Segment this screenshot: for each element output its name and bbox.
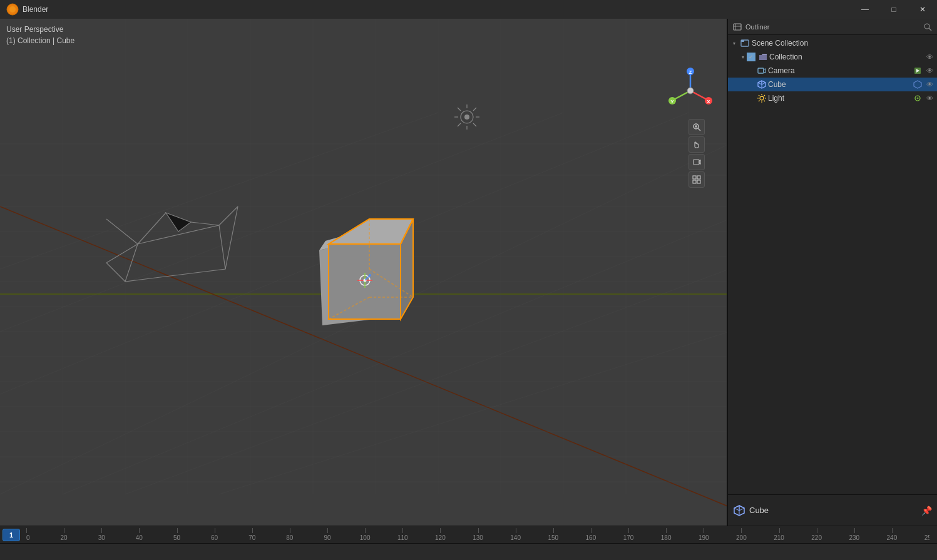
svg-line-120 [764, 95, 765, 96]
svg-rect-98 [734, 24, 741, 30]
svg-rect-97 [697, 180, 700, 183]
cube-actions: 👁 [912, 79, 934, 89]
cube-modifier-icon [913, 80, 922, 89]
scene-collection-label: Scene Collection [752, 39, 934, 48]
camera-actions: 👁 [912, 66, 934, 76]
app-logo [6, 3, 19, 16]
viewport-nav-controls [689, 119, 705, 188]
properties-icon [733, 504, 745, 517]
svg-line-119 [764, 101, 765, 102]
light-object[interactable] [454, 104, 479, 130]
current-frame-display[interactable]: 1 [3, 529, 20, 541]
timeline-ruler[interactable]: 1020304050607080901001101201301401501601… [26, 528, 929, 542]
outliner-content: ▾ Scene Collection ▾ ✓ Co [728, 35, 937, 494]
viewport-gizmo[interactable]: Z X Y [665, 66, 715, 116]
top-row: User Perspective (1) Collection | Cube Z… [0, 19, 937, 526]
svg-line-121 [759, 101, 760, 102]
camera-icon [757, 66, 767, 76]
camera-label: Camera [768, 66, 912, 75]
svg-marker-93 [699, 160, 700, 164]
outliner-icon [733, 23, 742, 31]
cube-icon [757, 79, 767, 89]
light-data-icon [913, 94, 922, 103]
light-triangle-placeholder: ▸ [748, 94, 755, 102]
quad-view-tool[interactable] [689, 171, 705, 188]
collection-checkbox[interactable]: ✓ [747, 53, 755, 61]
light-visibility-toggle[interactable]: 👁 [924, 93, 934, 103]
camera-render-icon [913, 66, 922, 75]
svg-line-118 [759, 95, 760, 96]
properties-object-name: Cube [749, 506, 918, 515]
outliner-panel: Outliner ▾ Scene Collection [727, 19, 937, 526]
properties-pin-button[interactable]: 📌 [921, 506, 932, 516]
outliner-camera[interactable]: ▸ Camera 👁 [728, 64, 937, 78]
collection-label: Collection [769, 53, 924, 61]
outliner-search-icon[interactable] [923, 23, 932, 31]
close-button[interactable]: ✕ [908, 0, 937, 19]
svg-text:Y: Y [670, 99, 674, 104]
svg-point-77 [464, 115, 469, 120]
svg-text:Z: Z [689, 69, 692, 75]
outliner-header: Outliner [728, 19, 937, 35]
timeline-controls: 1 10203040506070809010011012013014015016… [0, 526, 937, 544]
collection-folder-icon [758, 52, 768, 62]
svg-point-87 [687, 88, 694, 94]
timeline-ruler-area: 1020304050607080901001101201301401501601… [21, 528, 934, 542]
svg-line-102 [929, 28, 931, 31]
cube-label: Cube [768, 80, 912, 89]
collection-triangle: ▾ [739, 53, 747, 61]
outliner-collection[interactable]: ▾ ✓ Collection 👁 [728, 50, 937, 64]
svg-text:X: X [707, 99, 710, 104]
outliner-scene-collection[interactable]: ▾ Scene Collection [728, 36, 937, 50]
outliner-cube[interactable]: ▸ Cube 👁 [728, 78, 937, 91]
collection-visibility-toggle[interactable]: 👁 [924, 52, 934, 62]
cube-triangle-placeholder: ▸ [748, 81, 755, 88]
title-bar: Blender — □ ✕ [0, 0, 937, 19]
svg-rect-92 [694, 160, 699, 165]
main-content: User Perspective (1) Collection | Cube Z… [0, 19, 937, 560]
minimize-button[interactable]: — [851, 0, 879, 19]
light-icon [757, 93, 767, 103]
maximize-button[interactable]: □ [879, 0, 908, 19]
scene-collection-triangle: ▾ [730, 39, 738, 47]
outliner-light[interactable]: ▸ Light [728, 91, 937, 105]
svg-point-113 [760, 96, 764, 100]
svg-point-67 [369, 274, 371, 277]
outliner-title: Outliner [745, 23, 770, 31]
collection-actions: 👁 [924, 52, 934, 62]
svg-point-123 [917, 98, 919, 99]
svg-rect-95 [697, 176, 700, 179]
svg-rect-104 [741, 40, 744, 42]
svg-point-101 [924, 24, 929, 29]
camera-triangle-placeholder: ▸ [748, 67, 755, 74]
viewport-grid [0, 19, 727, 526]
svg-rect-105 [758, 68, 764, 73]
light-actions: 👁 [912, 93, 934, 103]
camera-visibility-toggle[interactable]: 👁 [924, 66, 934, 76]
svg-rect-94 [693, 176, 696, 179]
scene-collection-icon [740, 38, 750, 48]
timeline-panel: 1 10203040506070809010011012013014015016… [0, 526, 937, 560]
window-controls: — □ ✕ [851, 0, 937, 19]
properties-panel: Cube 📌 [728, 494, 937, 526]
svg-line-89 [698, 128, 700, 131]
zoom-tool[interactable] [689, 119, 705, 135]
viewport-3d[interactable]: User Perspective (1) Collection | Cube Z… [0, 19, 727, 526]
light-label: Light [768, 94, 912, 103]
svg-marker-106 [764, 69, 765, 73]
svg-point-1 [9, 6, 16, 13]
grab-tool[interactable] [689, 136, 705, 153]
cube-visibility-toggle[interactable]: 👁 [924, 79, 934, 89]
svg-rect-96 [693, 180, 696, 183]
camera-view-tool[interactable] [689, 154, 705, 170]
app-title: Blender [23, 5, 48, 14]
